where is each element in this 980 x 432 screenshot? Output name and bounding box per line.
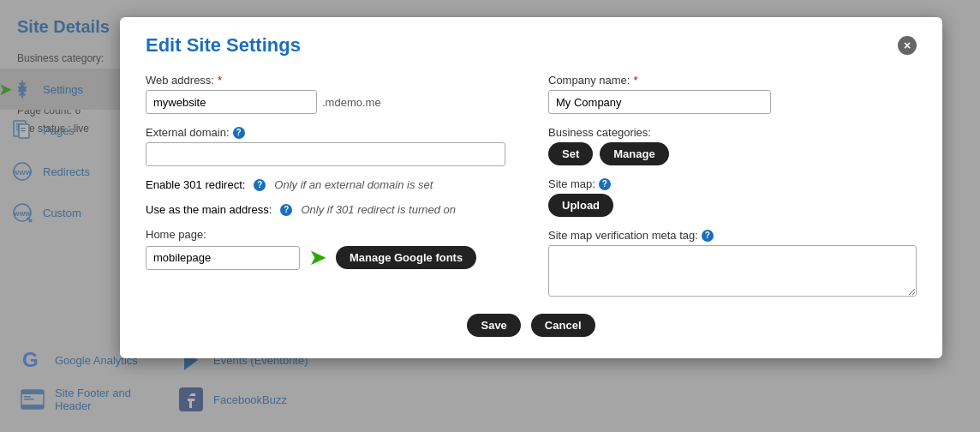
home-page-input-row: ➤ Manage Google fonts	[146, 244, 514, 271]
external-domain-label: External domain: ?	[146, 126, 514, 139]
green-arrow-icon: ➤	[308, 244, 327, 271]
enable-301-label: Enable 301 redirect:	[146, 178, 245, 191]
web-address-label: Web address: *	[146, 74, 514, 87]
external-domain-input[interactable]	[146, 142, 505, 166]
modal-title: Edit Site Settings	[146, 34, 301, 57]
upload-button[interactable]: Upload	[548, 194, 613, 217]
company-name-field: Company name: *	[548, 74, 917, 114]
business-categories-field: Business categories: Set Manage	[548, 126, 917, 165]
right-column: Company name: * Business categories: Set…	[548, 74, 917, 297]
home-page-field: Home page: ➤ Manage Google fonts	[146, 228, 514, 271]
use-main-address-label: Use as the main address:	[146, 203, 272, 216]
external-domain-help-icon[interactable]: ?	[233, 127, 245, 139]
close-button[interactable]: ×	[898, 36, 917, 55]
business-categories-buttons: Set Manage	[548, 142, 917, 165]
company-name-label: Company name: *	[548, 74, 917, 87]
web-address-input-row: .mdemo.me	[146, 90, 514, 114]
site-map-verification-input[interactable]	[548, 245, 917, 297]
modal-dialog: Edit Site Settings × Web address: * .mde…	[120, 17, 942, 358]
site-map-upload-row: Upload	[548, 194, 917, 217]
external-domain-field: External domain: ?	[146, 126, 514, 166]
modal-footer: Save Cancel	[146, 314, 917, 337]
site-map-verification-field: Site map verification meta tag: ?	[548, 229, 917, 297]
enable-301-help-icon[interactable]: ?	[254, 179, 266, 191]
modal-body: Web address: * .mdemo.me External domain…	[146, 74, 917, 297]
site-map-help-icon[interactable]: ?	[599, 178, 611, 190]
site-map-verification-label: Site map verification meta tag: ?	[548, 229, 917, 242]
site-map-field: Site map: ? Upload	[548, 177, 917, 217]
cancel-button[interactable]: Cancel	[531, 314, 595, 337]
web-address-field: Web address: * .mdemo.me	[146, 74, 514, 114]
site-map-label: Site map: ?	[548, 177, 917, 190]
domain-suffix: .mdemo.me	[322, 96, 381, 109]
left-column: Web address: * .mdemo.me External domain…	[146, 74, 514, 297]
enable-301-value: Only if an external domain is set	[274, 178, 433, 191]
save-button[interactable]: Save	[467, 314, 520, 337]
company-name-input[interactable]	[548, 90, 771, 114]
home-page-label: Home page:	[146, 228, 514, 241]
enable-301-row: Enable 301 redirect: ? Only if an extern…	[146, 178, 514, 191]
set-button[interactable]: Set	[548, 142, 593, 165]
use-main-address-help-icon[interactable]: ?	[280, 204, 292, 216]
modal-header: Edit Site Settings ×	[146, 34, 917, 57]
site-map-verification-help-icon[interactable]: ?	[702, 230, 714, 242]
use-main-address-value: Only if 301 redirect is turned on	[301, 203, 456, 216]
business-categories-label: Business categories:	[548, 126, 917, 139]
manage-button[interactable]: Manage	[600, 142, 668, 165]
home-page-input[interactable]	[146, 246, 300, 270]
use-main-address-row: Use as the main address: ? Only if 301 r…	[146, 203, 514, 216]
manage-google-fonts-button[interactable]: Manage Google fonts	[336, 246, 476, 269]
web-address-input[interactable]	[146, 90, 317, 114]
